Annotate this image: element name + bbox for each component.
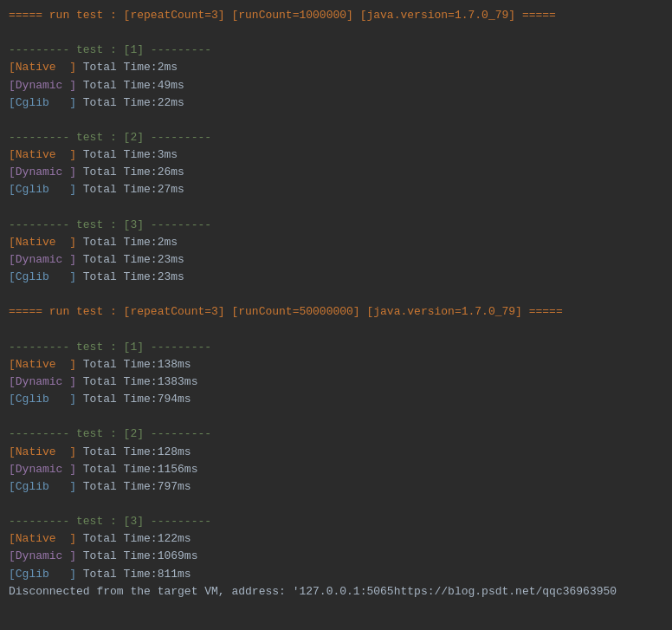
dynamic-time: Total Time:26ms — [76, 166, 184, 179]
terminal-line: [Native ] Total Time:128ms — [9, 444, 663, 461]
terminal-line: [Native ] Total Time:122ms — [9, 530, 663, 548]
native-time: Total Time:2ms — [76, 61, 178, 74]
native-time: Total Time:3ms — [76, 148, 178, 161]
native-time: Total Time:122ms — [76, 532, 191, 545]
cglib-label: [Cglib ] — [9, 270, 76, 283]
native-label: [Native ] — [9, 358, 76, 371]
empty-line — [9, 496, 663, 513]
terminal-line: --------- test : [3] --------- — [9, 513, 663, 530]
dynamic-time: Total Time:1156ms — [76, 463, 197, 476]
cglib-label: [Cglib ] — [9, 96, 76, 109]
terminal-line: [Cglib ] Total Time:22ms — [9, 94, 663, 112]
cglib-time: Total Time:23ms — [76, 270, 184, 283]
dynamic-label: [Dynamic ] — [9, 166, 76, 179]
terminal-line: [Cglib ] Total Time:27ms — [9, 181, 663, 198]
terminal-line: [Native ] Total Time:138ms — [9, 356, 663, 373]
terminal-line: --------- test : [2] --------- — [9, 425, 663, 443]
dynamic-label: [Dynamic ] — [9, 463, 76, 476]
dynamic-label: [Dynamic ] — [9, 375, 76, 388]
native-label: [Native ] — [9, 61, 76, 74]
terminal-line: ===== run test : [repeatCount=3] [runCou… — [9, 303, 663, 321]
terminal-line: [Dynamic ] Total Time:49ms — [9, 77, 663, 94]
native-label: [Native ] — [9, 236, 76, 249]
dynamic-label: [Dynamic ] — [9, 549, 76, 562]
terminal-line: [Cglib ] Total Time:797ms — [9, 478, 663, 496]
empty-line — [9, 321, 663, 339]
native-label: [Native ] — [9, 445, 76, 458]
disconnected-line: Disconnected from the target VM, address… — [9, 583, 663, 601]
empty-line — [9, 112, 663, 129]
cglib-label: [Cglib ] — [9, 480, 76, 493]
cglib-label: [Cglib ] — [9, 183, 76, 196]
native-time: Total Time:138ms — [76, 358, 191, 371]
native-time: Total Time:128ms — [76, 445, 191, 458]
cglib-time: Total Time:22ms — [76, 96, 184, 109]
terminal-line: --------- test : [1] --------- — [9, 42, 663, 59]
terminal-line: [Dynamic ] Total Time:23ms — [9, 251, 663, 269]
cglib-label: [Cglib ] — [9, 568, 76, 581]
terminal-line: [Native ] Total Time:2ms — [9, 234, 663, 251]
terminal-line: [Dynamic ] Total Time:26ms — [9, 164, 663, 181]
native-time: Total Time:2ms — [76, 236, 178, 249]
terminal-line: --------- test : [2] --------- — [9, 129, 663, 146]
empty-line — [9, 199, 663, 217]
terminal-line: [Cglib ] Total Time:811ms — [9, 566, 663, 583]
dynamic-time: Total Time:23ms — [76, 253, 184, 266]
terminal-line: [Cglib ] Total Time:23ms — [9, 269, 663, 286]
empty-line — [9, 24, 663, 42]
native-label: [Native ] — [9, 148, 76, 161]
terminal-line: [Native ] Total Time:3ms — [9, 146, 663, 164]
terminal-line: [Dynamic ] Total Time:1383ms — [9, 373, 663, 391]
dynamic-time: Total Time:1069ms — [76, 549, 197, 562]
terminal-line: ===== run test : [repeatCount=3] [runCou… — [9, 7, 663, 24]
empty-line — [9, 286, 663, 303]
cglib-time: Total Time:27ms — [76, 183, 184, 196]
terminal-line: [Dynamic ] Total Time:1156ms — [9, 461, 663, 478]
terminal-line: [Dynamic ] Total Time:1069ms — [9, 548, 663, 565]
cglib-time: Total Time:794ms — [76, 393, 191, 406]
native-label: [Native ] — [9, 532, 76, 545]
dynamic-label: [Dynamic ] — [9, 253, 76, 266]
terminal-line: [Cglib ] Total Time:794ms — [9, 391, 663, 408]
dynamic-time: Total Time:1383ms — [76, 375, 197, 388]
dynamic-label: [Dynamic ] — [9, 79, 76, 92]
terminal-line: [Native ] Total Time:2ms — [9, 59, 663, 76]
terminal-line: --------- test : [1] --------- — [9, 339, 663, 356]
terminal-output: ===== run test : [repeatCount=3] [runCou… — [0, 0, 672, 630]
terminal-line: --------- test : [3] --------- — [9, 217, 663, 234]
cglib-time: Total Time:797ms — [76, 480, 191, 493]
dynamic-time: Total Time:49ms — [76, 79, 184, 92]
cglib-time: Total Time:811ms — [76, 568, 191, 581]
cglib-label: [Cglib ] — [9, 393, 76, 406]
empty-line — [9, 408, 663, 425]
